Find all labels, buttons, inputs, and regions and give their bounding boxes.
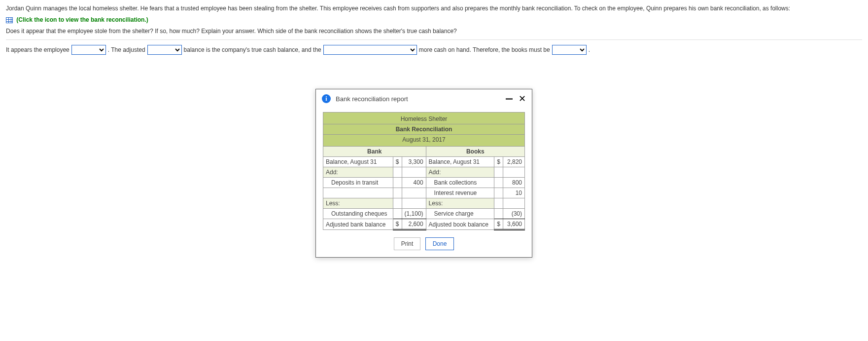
answer-text-2: . The adjusted [108, 46, 145, 53]
answer-sentence: It appears the employee . The adjusted b… [6, 45, 862, 55]
intro-paragraph-1: Jordan Quinn manages the local homeless … [6, 4, 862, 13]
table-icon[interactable] [6, 17, 13, 23]
dropdown-4[interactable] [552, 45, 587, 55]
answer-text-3: balance is the company's true cash balan… [184, 46, 321, 53]
dropdown-3[interactable] [323, 45, 417, 55]
dropdown-1[interactable] [71, 45, 106, 55]
divider [6, 39, 862, 40]
answer-text-4: more cash on hand. Therefore, the books … [419, 46, 550, 53]
view-reconciliation-link[interactable]: (Click the icon to view the bank reconci… [16, 16, 148, 23]
intro-paragraph-2: Does it appear that the employee stole f… [6, 27, 862, 36]
answer-text-5: . [589, 46, 590, 53]
dropdown-2[interactable] [147, 45, 182, 55]
answer-text-1: It appears the employee [6, 46, 69, 53]
